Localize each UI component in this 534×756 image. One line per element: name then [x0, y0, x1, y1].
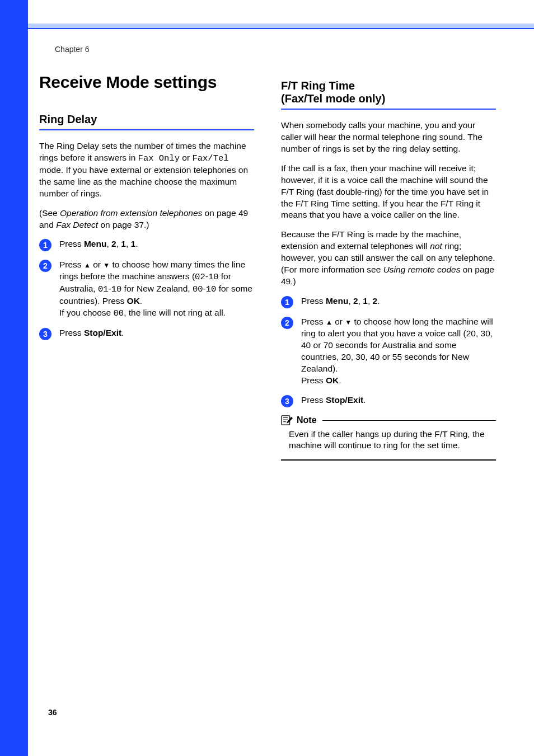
heading-line1: F/T Ring Time — [281, 79, 355, 92]
note-title: Note — [297, 415, 317, 425]
key-stop-exit: Stop/Exit — [84, 328, 121, 337]
note-box: Note Even if the caller hangs up during … — [281, 415, 496, 461]
text: , the line will not ring at all. — [124, 308, 226, 317]
key-stop-exit: Stop/Exit — [326, 395, 363, 405]
mono-text: 00 — [193, 284, 203, 294]
step-badge-1: 1 — [281, 296, 293, 308]
text: . — [121, 328, 124, 337]
text: Press — [301, 296, 326, 306]
emphasis: not — [430, 241, 442, 251]
up-arrow-icon: ▲ — [84, 261, 91, 269]
text: on page 37.) — [98, 220, 149, 229]
mono-text: 02 — [195, 272, 205, 282]
mono-text: 01 — [98, 284, 109, 294]
step-body: Press Menu, 2, 1, 1. — [59, 238, 254, 250]
text: . — [363, 395, 366, 405]
text: , — [116, 239, 121, 248]
step-body: Press Stop/Exit. — [301, 395, 496, 406]
ft-p3: Because the F/T Ring is made by the mach… — [281, 229, 496, 288]
right-column: F/T Ring Time (Fax/Tel mode only) When s… — [281, 73, 496, 461]
text: . — [140, 296, 142, 306]
note-body: Even if the caller hangs up during the F… — [281, 429, 496, 452]
right-step-3: 3 Press Stop/Exit. — [281, 395, 496, 407]
page-number: 36 — [48, 708, 57, 717]
chapter-label: Chapter 6 — [55, 45, 89, 54]
key-ok: OK — [326, 375, 339, 385]
text: Press — [301, 395, 326, 405]
section-ft-ring: F/T Ring Time (Fax/Tel mode only) — [281, 79, 496, 105]
left-step-2: 2 Press ▲ or ▼ to choose how many times … — [39, 259, 254, 320]
key-ok: OK — [127, 296, 140, 306]
step-badge-2: 2 — [281, 317, 293, 329]
text: . — [377, 296, 380, 306]
heading-line2: (Fax/Tel mode only) — [281, 92, 385, 105]
step-badge-2: 2 — [39, 260, 51, 272]
ft-p2: If the call is a fax, then your machine … — [281, 163, 496, 222]
text: , — [106, 239, 111, 248]
key-digit: 1 — [131, 239, 136, 248]
step-body: Press Stop/Exit. — [59, 327, 254, 339]
key-menu: Menu — [326, 296, 348, 306]
section-rule — [281, 109, 496, 110]
step-body: Press Menu, 2, 1, 2. — [301, 295, 496, 307]
text: If you choose — [59, 308, 114, 317]
ft-p1: When somebody calls your machine, you an… — [281, 120, 496, 155]
text: , — [348, 296, 353, 306]
step-body: Press ▲ or ▼ to choose how long the mach… — [301, 316, 496, 387]
text: . — [339, 375, 341, 385]
text: , — [368, 296, 373, 306]
step-body: Press ▲ or ▼ to choose how many times th… — [59, 259, 254, 320]
section-ring-delay: Ring Delay — [39, 113, 254, 126]
xref: Using remote codes — [383, 265, 461, 274]
down-arrow-icon: ▼ — [103, 261, 110, 269]
manual-page: Chapter 6 Receive Mode settings Ring Del… — [0, 0, 534, 756]
note-bottom-rule — [281, 459, 496, 461]
text: , — [358, 296, 363, 306]
text: Press — [59, 328, 84, 337]
header-rule — [28, 28, 534, 29]
mono-text: 10 — [206, 284, 217, 294]
top-stripe — [28, 24, 534, 28]
side-stripe — [0, 0, 28, 756]
section-rule — [39, 129, 254, 130]
text: or — [332, 317, 345, 326]
text: Press — [59, 260, 84, 269]
text: for New Zealand, — [121, 284, 193, 293]
text: Press — [59, 239, 84, 248]
mono-text: 10 — [208, 272, 219, 282]
note-top-rule — [322, 420, 496, 421]
mono-text: 10 — [111, 284, 122, 294]
left-step-3: 3 Press Stop/Exit. — [39, 327, 254, 340]
content-columns: Receive Mode settings Ring Delay The Rin… — [39, 73, 496, 461]
left-column: Receive Mode settings Ring Delay The Rin… — [39, 73, 254, 461]
mono-text: Fax Only — [138, 153, 180, 163]
right-step-1: 1 Press Menu, 2, 1, 2. — [281, 295, 496, 308]
text: mode. If you have external or extension … — [39, 165, 248, 198]
key-digit: 1 — [363, 296, 368, 306]
xref: Fax Detect — [56, 220, 98, 229]
mono-text: Fax/Tel — [192, 153, 228, 163]
ring-delay-p2: (See Operation from extension telephones… — [39, 208, 254, 231]
down-arrow-icon: ▼ — [345, 318, 352, 326]
note-pencil-icon — [281, 415, 293, 425]
mono-text: 00 — [114, 308, 124, 318]
key-menu: Menu — [84, 239, 106, 248]
key-digit: 2 — [373, 296, 378, 306]
xref: Operation from extension telephones — [60, 208, 202, 218]
page-title: Receive Mode settings — [39, 73, 254, 92]
text: or — [180, 153, 192, 162]
right-step-2: 2 Press ▲ or ▼ to choose how long the ma… — [281, 316, 496, 387]
step-badge-3: 3 — [281, 395, 293, 407]
text: , — [126, 239, 131, 248]
text: Press — [301, 317, 326, 326]
step-badge-3: 3 — [39, 328, 51, 340]
text: . — [135, 239, 138, 248]
text: Press — [301, 375, 326, 385]
up-arrow-icon: ▲ — [326, 318, 332, 326]
key-digit: 2 — [353, 296, 358, 306]
step-badge-1: 1 — [39, 239, 51, 251]
key-digit: 1 — [121, 239, 126, 248]
text: or — [91, 260, 103, 269]
key-digit: 2 — [111, 239, 116, 248]
text: (See — [39, 208, 60, 218]
